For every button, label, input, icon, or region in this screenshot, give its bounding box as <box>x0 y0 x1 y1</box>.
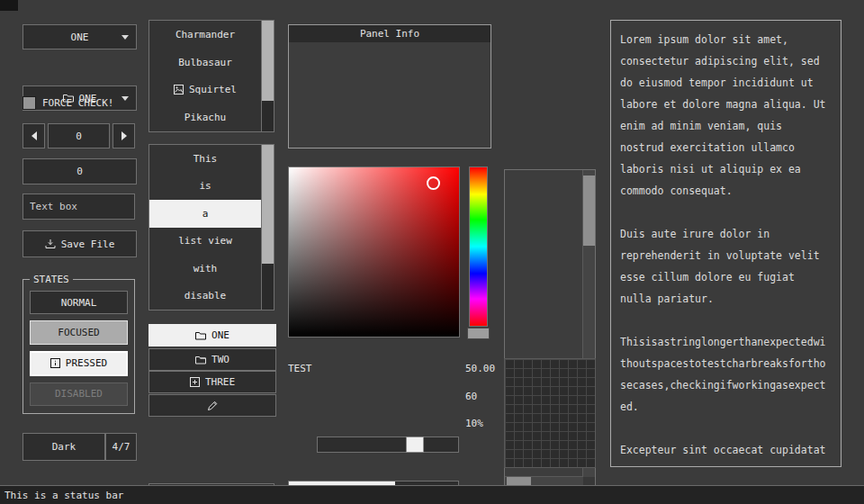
dropdown-one[interactable]: ONE <box>22 24 137 50</box>
slider-handle[interactable] <box>406 436 424 453</box>
states-group-title: STATES <box>30 274 73 285</box>
list-item[interactable]: with <box>149 255 261 283</box>
list-item-label: Bulbasaur <box>178 57 232 68</box>
folder-icon <box>195 331 206 340</box>
theme-button[interactable]: Dark <box>22 433 105 461</box>
pencil-icon <box>207 400 218 411</box>
progress-slider-value: 60 <box>465 391 477 403</box>
list-item-label: a <box>202 208 209 220</box>
spinner-value-field[interactable]: 0 <box>48 123 110 148</box>
list-item-label: Charmander <box>176 29 235 40</box>
save-file-label: Save File <box>61 238 115 250</box>
pokemon-list-scrollbar[interactable] <box>261 21 274 131</box>
disabled-button: DISABLED <box>30 382 128 406</box>
states-group: STATES NORMAL FOCUSED PRESSED DISABLED <box>22 279 135 414</box>
theme-button-label: Dark <box>52 441 76 453</box>
pager-indicator: 4/7 <box>105 433 137 461</box>
app-window: { "colors": { "background": "#3b3b3b", "… <box>0 0 864 504</box>
demo-list-scrollbar[interactable] <box>261 145 274 310</box>
status-bar-text: This is a status bar <box>4 490 123 501</box>
list-item[interactable]: Bulbasaur <box>149 49 261 76</box>
info-icon <box>50 358 60 368</box>
one-button-label: ONE <box>212 329 230 341</box>
save-file-button[interactable]: Save File <box>22 230 137 257</box>
hue-slider[interactable] <box>469 166 488 327</box>
arrow-right-icon <box>122 131 127 140</box>
list-item[interactable]: This <box>149 145 261 173</box>
text-paragraph: Thisisastringlongerthanexpectedwithoutsp… <box>620 331 832 418</box>
spinner-value: 0 <box>76 130 82 142</box>
zero-button-label: 0 <box>76 166 83 177</box>
pokemon-list: Charmander Bulbasaur Squirtel Pikachu <box>148 20 274 132</box>
folder-icon <box>195 356 206 364</box>
spinner: 0 <box>22 123 135 147</box>
force-checkbox[interactable]: FORCE CHECK! <box>22 96 113 110</box>
save-icon <box>45 238 56 249</box>
normal-button-label: NORMAL <box>61 297 97 309</box>
list-item[interactable]: is <box>149 173 261 201</box>
percent-slider-value: 10% <box>465 418 483 430</box>
list-item-label: disable <box>184 290 226 302</box>
focused-button-label: FOCUSED <box>58 327 99 338</box>
image-icon <box>174 85 184 94</box>
status-bar: This is a status bar <box>0 485 864 504</box>
normal-button[interactable]: NORMAL <box>30 291 128 314</box>
chevron-down-icon <box>122 96 129 101</box>
dropdown-one-value: ONE <box>71 32 89 43</box>
text-view: Lorem ipsum dolor sit amet, consectetur … <box>610 20 842 467</box>
text-paragraph: Lorem ipsum dolor sit amet, consectetur … <box>620 29 832 202</box>
grid-canvas[interactable] <box>504 358 596 468</box>
scrollbar-thumb[interactable] <box>262 145 274 264</box>
list-item-label: This <box>194 153 218 165</box>
list-item-selected[interactable]: a <box>149 200 261 228</box>
list-item[interactable]: Charmander <box>149 21 261 49</box>
hue-slider-handle[interactable] <box>467 328 490 339</box>
list-item-label: is <box>199 180 211 192</box>
arrow-left-icon <box>32 131 37 140</box>
disabled-button-label: DISABLED <box>55 388 103 400</box>
list-item-label: Pikachu <box>184 112 226 123</box>
list-item-label: list view <box>178 235 232 247</box>
slider-test-label: TEST <box>288 363 312 375</box>
chevron-down-icon <box>122 35 129 40</box>
pager-label: 4/7 <box>112 441 130 453</box>
focused-button[interactable]: FOCUSED <box>30 320 128 344</box>
two-button[interactable]: TWO <box>148 348 276 371</box>
scrollbar-thumb[interactable] <box>262 21 274 101</box>
edit-button[interactable] <box>148 394 276 417</box>
two-button-label: TWO <box>212 354 230 365</box>
list-item[interactable]: Squirtel <box>149 76 261 104</box>
panel-info-titlebar[interactable]: Panel Info <box>288 24 491 43</box>
pressed-button-label: PRESSED <box>66 357 107 369</box>
panel-info-title: Panel Info <box>360 28 419 40</box>
list-item-label: with <box>194 263 218 274</box>
spinner-decrement-button[interactable] <box>22 123 45 148</box>
window-corner-artifact <box>0 0 18 11</box>
plus-square-icon <box>190 377 200 387</box>
demo-list: This is a list view with disable <box>148 144 274 310</box>
list-item-label: Squirtel <box>189 84 237 95</box>
test-slider[interactable] <box>317 436 459 453</box>
list-item[interactable]: list view <box>149 228 261 256</box>
text-paragraph: Excepteur sint occaecat cupidatat non pr… <box>620 439 832 467</box>
spinner-increment-button[interactable] <box>112 123 135 148</box>
zero-button[interactable]: 0 <box>22 158 137 184</box>
slider-test-value: 50.00 <box>465 363 495 375</box>
text-paragraph: Duis aute irure dolor in reprehenderit i… <box>620 223 832 310</box>
saturation-value-picker[interactable] <box>288 166 460 338</box>
checkbox-box <box>22 96 36 110</box>
checkbox-label: FORCE CHECK! <box>42 97 113 109</box>
list-item[interactable]: Pikachu <box>149 104 261 131</box>
list-item[interactable]: disable <box>149 283 261 310</box>
scrollbar-thumb[interactable] <box>583 176 595 246</box>
panel-info-body <box>288 42 491 148</box>
color-cursor[interactable] <box>427 176 440 190</box>
pressed-button[interactable]: PRESSED <box>30 351 128 376</box>
one-button[interactable]: ONE <box>148 324 276 346</box>
three-button-label: THREE <box>205 376 235 388</box>
text-input[interactable] <box>22 194 135 220</box>
three-button[interactable]: THREE <box>148 371 276 393</box>
